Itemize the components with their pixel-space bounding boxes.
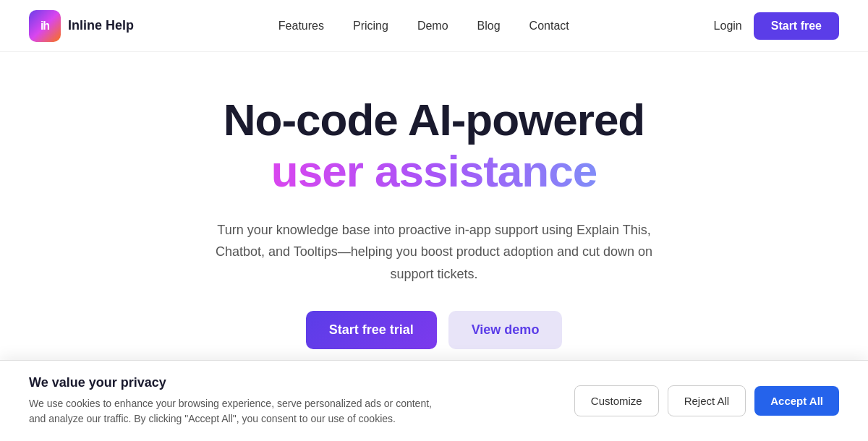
cookie-text-block: We value your privacy We use cookies to … [29, 375, 448, 427]
start-free-trial-button[interactable]: Start free trial [306, 311, 437, 349]
login-button[interactable]: Login [714, 20, 742, 33]
nav-actions: Login Start free [714, 12, 839, 40]
accept-all-button[interactable]: Accept All [754, 386, 839, 416]
cookie-title: We value your privacy [29, 375, 448, 390]
nav-features[interactable]: Features [278, 20, 324, 33]
cookie-actions: Customize Reject All Accept All [574, 385, 839, 416]
hero-subtitle: Turn your knowledge base into proactive … [203, 219, 665, 286]
cookie-banner: We value your privacy We use cookies to … [0, 360, 868, 441]
customize-button[interactable]: Customize [574, 385, 659, 416]
navbar: ih Inline Help Features Pricing Demo Blo… [0, 0, 868, 52]
start-free-nav-button[interactable]: Start free [754, 12, 839, 40]
reject-all-button[interactable]: Reject All [668, 385, 746, 416]
hero-buttons: Start free trial View demo [306, 311, 563, 349]
cookie-description: We use cookies to enhance your browsing … [29, 396, 448, 427]
logo[interactable]: ih Inline Help [29, 10, 134, 42]
nav-contact[interactable]: Contact [529, 20, 569, 33]
hero-title-line2: user assistance [271, 145, 597, 198]
nav-pricing[interactable]: Pricing [353, 20, 388, 33]
brand-name: Inline Help [68, 18, 134, 33]
view-demo-button[interactable]: View demo [448, 311, 563, 349]
logo-icon: ih [29, 10, 61, 42]
nav-blog[interactable]: Blog [477, 20, 501, 33]
hero-title-line1: No-code AI-powered [224, 95, 645, 145]
hero-section: No-code AI-powered user assistance Turn … [0, 52, 868, 408]
nav-links: Features Pricing Demo Blog Contact [278, 20, 569, 33]
nav-demo[interactable]: Demo [417, 20, 448, 33]
